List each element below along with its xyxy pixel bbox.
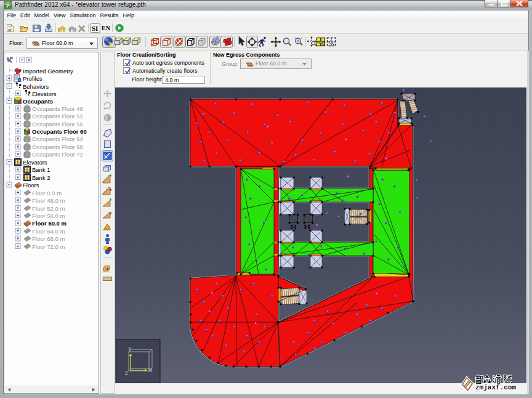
svg-text:Y: Y	[128, 346, 132, 352]
svg-text:Elevators: Elevators	[23, 159, 47, 166]
svg-text:Behaviors: Behaviors	[23, 83, 49, 90]
svg-text:Elevators: Elevators	[32, 91, 57, 97]
svg-text:Floor 60.0 m: Floor 60.0 m	[32, 220, 66, 227]
svg-text:Occupants Floor 56: Occupants Floor 56	[32, 121, 83, 128]
svg-text:X: X	[149, 368, 153, 373]
svg-text:Bank 1: Bank 1	[32, 166, 50, 173]
svg-text:Floor 72.0 m: Floor 72.0 m	[32, 243, 65, 250]
svg-text:Bank 2: Bank 2	[32, 174, 50, 181]
svg-text:Occupants Floor 48: Occupants Floor 48	[32, 105, 83, 112]
svg-text:SI: SI	[92, 25, 98, 32]
svg-text:Profiles: Profiles	[23, 75, 42, 82]
svg-text:Occupants Floor 52: Occupants Floor 52	[32, 113, 83, 120]
svg-text:Occupants: Occupants	[23, 98, 53, 105]
svg-text:EN: EN	[102, 25, 111, 31]
svg-text:Occupants Floor 72: Occupants Floor 72	[32, 151, 83, 158]
svg-text:Floors: Floors	[23, 182, 39, 189]
svg-text:Z: Z	[125, 370, 128, 376]
svg-text:Occupants Floor 64: Occupants Floor 64	[32, 136, 83, 142]
svg-text:Floor 56.0 m: Floor 56.0 m	[32, 213, 65, 219]
svg-text:Floor 48.0 m: Floor 48.0 m	[32, 197, 65, 204]
svg-text:Floor 52.0 m: Floor 52.0 m	[32, 205, 65, 212]
svg-text:Occupants Floor 68: Occupants Floor 68	[32, 144, 83, 150]
svg-text:Floor 68.0 m: Floor 68.0 m	[32, 235, 65, 242]
svg-text:Occupants Floor 60: Occupants Floor 60	[32, 128, 87, 135]
svg-text:Floor 0.0 m: Floor 0.0 m	[32, 190, 62, 197]
svg-text:Imported Geometry: Imported Geometry	[23, 68, 73, 75]
svg-text:Floor 64.0 m: Floor 64.0 m	[32, 228, 65, 235]
